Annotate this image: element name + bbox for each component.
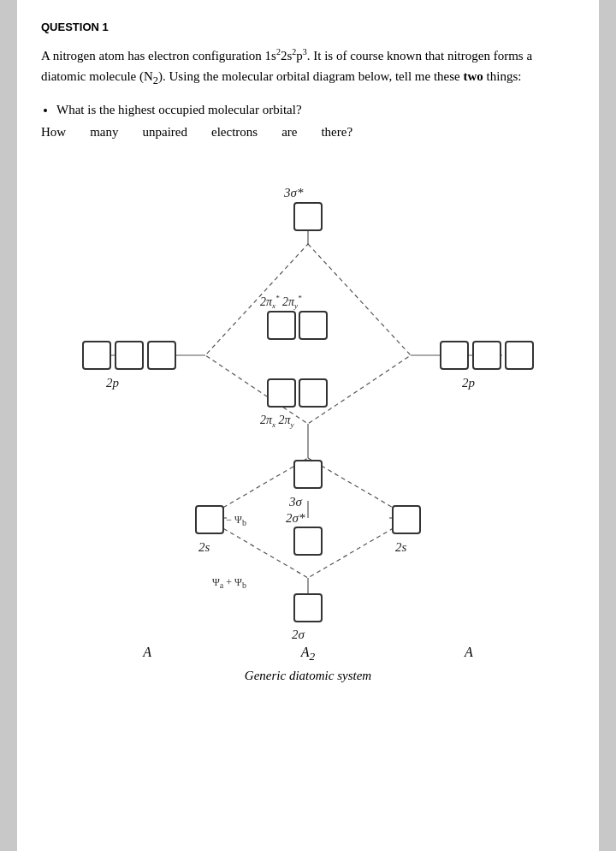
orbital-right-2s	[392, 505, 421, 534]
label-2pi-star: 2πx* 2πy*	[260, 294, 302, 310]
footer-label-center: A2	[301, 645, 315, 664]
mo-diagram-container: 3σ* 2πx* 2πy* 2πx 2πy 2p 2p	[41, 158, 575, 683]
label-right-2p: 2p	[462, 376, 475, 390]
orbital-right-2p-3	[505, 341, 534, 370]
label-right-2s: 2s	[395, 540, 406, 555]
label-left-2s: 2s	[198, 540, 210, 555]
mo-diagram: 3σ* 2πx* 2πy* 2πx 2πy 2p 2p	[68, 158, 548, 638]
footer-caption: Generic diatomic system	[245, 669, 371, 683]
orbital-left-2s	[195, 505, 224, 534]
orbital-3sigma	[293, 460, 323, 489]
question-text: A nitrogen atom has electron configurati…	[41, 45, 575, 89]
label-2pi: 2πx 2πy	[260, 414, 294, 429]
bullet-item-2: Howmanyunpairedelectronsarethere?	[41, 122, 575, 144]
orbital-2pi-pair	[267, 378, 328, 408]
orbital-2sigma-star	[293, 527, 323, 556]
orbital-left-2p-1	[82, 341, 111, 370]
orbital-right-2p-2	[472, 341, 501, 370]
footer-label-right: A	[465, 645, 473, 664]
page: QUESTION 1 A nitrogen atom has electron …	[17, 0, 599, 851]
orbital-right-2p-1	[440, 341, 469, 370]
orbital-3sigma-star	[293, 202, 323, 231]
orbital-2pi-star-y	[299, 311, 328, 340]
label-3sigma: 3σ	[289, 495, 302, 509]
bullet-list: What is the highest occupied molecular o…	[56, 99, 575, 143]
label-2sigma: 2σ	[292, 628, 305, 642]
bullet-item-1: What is the highest occupied molecular o…	[56, 99, 575, 122]
orbital-left-2p-3	[147, 341, 176, 370]
question-label: QUESTION 1	[41, 21, 575, 33]
psi-plus-label: Ψa + Ψb	[212, 576, 246, 590]
orbital-2pi-x	[267, 378, 296, 408]
footer-label-left: A	[143, 645, 151, 664]
orbital-left-2p-2	[115, 341, 144, 370]
footer-labels: A A2 A	[68, 645, 548, 664]
orbital-2pi-star-pair	[267, 311, 328, 340]
label-3sigma-star: 3σ*	[284, 186, 303, 200]
orbital-2sigma	[293, 593, 323, 622]
label-2sigma-star: 2σ*	[286, 511, 305, 526]
orbital-2pi-star-x	[267, 311, 296, 340]
label-left-2p: 2p	[106, 376, 119, 390]
orbital-2pi-y	[299, 378, 328, 408]
